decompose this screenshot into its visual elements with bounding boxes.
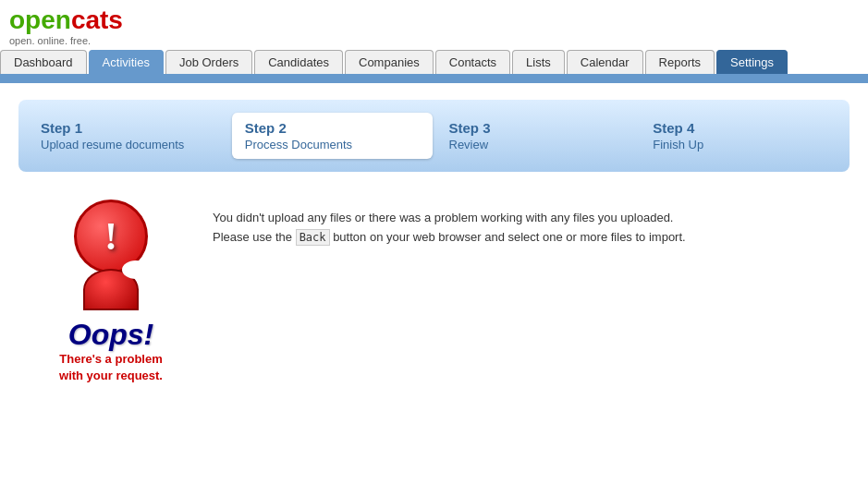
step-3-box: Step 3 Review: [436, 113, 637, 159]
nav-settings[interactable]: Settings: [716, 50, 788, 74]
problem-line2: with your request.: [59, 369, 163, 382]
blue-bar: [0, 76, 868, 83]
nav-lists[interactable]: Lists: [512, 50, 565, 74]
message-line3: button on your web browser and select on…: [330, 230, 686, 244]
steps-container: Step 1 Upload resume documents Step 2 Pr…: [18, 100, 850, 172]
person-collar: [122, 260, 150, 279]
header: opencats open. online. free.: [0, 0, 868, 50]
content-area: ! Oops! There's a problem with your requ…: [0, 181, 868, 403]
nav-companies[interactable]: Companies: [345, 50, 434, 74]
nav-contacts[interactable]: Contacts: [435, 50, 510, 74]
person-icon: !: [60, 200, 162, 310]
step-3-number: Step 3: [449, 120, 624, 136]
nav-activities[interactable]: Activities: [89, 50, 164, 74]
logo: opencats open. online. free.: [9, 7, 123, 46]
oops-graphic: ! Oops! There's a problem with your requ…: [28, 200, 194, 384]
nav-bar: Dashboard Activities Job Orders Candidat…: [0, 50, 868, 76]
logo-text: opencats: [9, 7, 123, 33]
step-1-name: Upload resume documents: [41, 138, 215, 151]
step-3-name: Review: [449, 138, 624, 151]
step-1-box: Step 1 Upload resume documents: [28, 113, 228, 159]
logo-open: open: [9, 6, 71, 34]
message-line2: Please use the: [213, 230, 296, 244]
logo-tagline: open. online. free.: [9, 35, 123, 46]
message-area: You didn't upload any files or there was…: [213, 200, 840, 248]
step-4-name: Finish Up: [653, 138, 827, 151]
message-line1: You didn't upload any files or there was…: [213, 211, 673, 224]
person-body: [83, 269, 139, 310]
back-button-label: Back: [296, 229, 330, 246]
step-2-name: Process Documents: [245, 138, 420, 151]
step-2-number: Step 2: [245, 120, 420, 136]
step-4-box: Step 4 Finish Up: [640, 113, 840, 159]
exclaim-mark: !: [104, 217, 117, 256]
nav-job-orders[interactable]: Job Orders: [165, 50, 252, 74]
nav-candidates[interactable]: Candidates: [254, 50, 343, 74]
problem-subtitle: There's a problem with your request.: [59, 351, 163, 384]
nav-reports[interactable]: Reports: [645, 50, 715, 74]
step-4-number: Step 4: [653, 120, 827, 136]
nav-dashboard[interactable]: Dashboard: [0, 50, 87, 74]
nav-calendar[interactable]: Calendar: [567, 50, 643, 74]
step-1-number: Step 1: [41, 120, 215, 136]
logo-cats: cats: [71, 6, 123, 34]
step-2-box: Step 2 Process Documents: [232, 113, 433, 159]
problem-line1: There's a problem: [59, 352, 162, 366]
oops-title: Oops!: [68, 320, 153, 349]
message-text: You didn't upload any files or there was…: [213, 209, 840, 248]
